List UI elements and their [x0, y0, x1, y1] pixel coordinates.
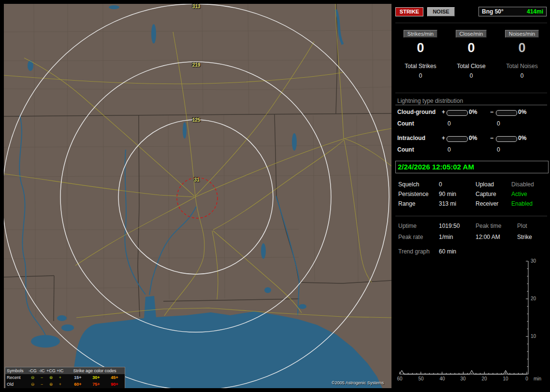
plot-label: Plot	[517, 223, 527, 229]
trend-graph	[395, 256, 547, 378]
legend-recent-label: Recent	[5, 375, 28, 381]
legend-col-pos-ic: +IC	[56, 368, 65, 374]
neg-cg-old-icon: ⊖	[28, 381, 37, 388]
age-code-60: 60+	[69, 381, 87, 388]
cloud-ground-plus-bar	[447, 110, 468, 116]
separator	[395, 23, 547, 23]
age-code-75: 75+	[87, 381, 105, 388]
peak-rate-value: 1/min	[439, 234, 453, 240]
pos-cg-old-icon: ⊕	[46, 381, 56, 388]
squelch-value: 0	[439, 181, 442, 188]
capture-label: Capture	[476, 191, 496, 197]
range-ring-label: 219	[189, 62, 203, 68]
intracloud-plus-bar	[447, 136, 468, 142]
ytick-10: 10	[531, 334, 536, 339]
distribution-underline	[395, 105, 547, 105]
cloud-ground-minus-pct: 0%	[518, 109, 526, 115]
intracloud-plus-pct: 0%	[469, 135, 477, 141]
receiver-status: Enabled	[511, 200, 533, 207]
datetime-display: 2/24/2026 12:05:02 AM	[395, 161, 549, 173]
map-graphics	[4, 4, 391, 388]
trend-ticks	[400, 261, 528, 374]
intracloud-count-label: Count	[397, 146, 414, 153]
range-ring-label: 125	[189, 117, 203, 123]
age-code-30: 30+	[87, 375, 105, 381]
plot-value: Strike	[517, 234, 532, 240]
total-close-label: Total Close	[446, 63, 496, 70]
persistence-label: Persistence	[398, 191, 429, 197]
pos-ic-old-icon: +	[56, 381, 65, 388]
persistence-value: 90 min	[439, 191, 456, 197]
xtick-20: 20	[480, 376, 488, 381]
peak-rate-label: Peak rate	[398, 234, 423, 240]
trend-axes	[400, 261, 528, 374]
noises-per-min-badge[interactable]: Noises/min	[497, 30, 547, 38]
close-per-min-badge[interactable]: Close/min	[446, 30, 496, 38]
pos-ic-recent-icon: +	[56, 375, 65, 381]
legend-row-old: Old ⊖ − ⊕ + 60+ 75+ 90+	[5, 381, 125, 388]
noise-mode-button[interactable]: NOISE	[427, 7, 455, 16]
strikes-per-min-label: Strikes/min	[404, 30, 437, 38]
upload-label: Upload	[476, 181, 494, 188]
neg-ic-old-icon: −	[37, 381, 46, 388]
neg-cg-recent-icon: ⊖	[28, 375, 37, 381]
plus-sign: +	[442, 135, 445, 141]
map-legend: Symbols -CG -IC +CG +IC Strike age color…	[5, 367, 125, 388]
total-strikes-value: 0	[395, 72, 446, 79]
ytick-20: 20	[531, 296, 536, 301]
bearing-label: Bng 50°	[482, 7, 504, 16]
minus-sign: −	[490, 109, 493, 115]
strike-mode-button[interactable]: STRIKE	[395, 7, 423, 16]
close-per-min-value: 0	[446, 41, 496, 56]
xtick-40: 40	[438, 376, 446, 381]
x-axis-unit: min	[534, 376, 541, 381]
noises-per-min-label: Noises/min	[505, 30, 539, 38]
cloud-ground-minus-bar	[496, 110, 517, 116]
total-noises-value: 0	[497, 72, 547, 79]
noises-per-min-value: 0	[497, 41, 547, 56]
capture-status: Active	[511, 191, 527, 197]
range-ring-label: 31	[189, 177, 204, 182]
xtick-30: 30	[459, 376, 467, 381]
trend-graph-window: 60 min	[439, 248, 456, 255]
xtick-0: 0	[523, 376, 531, 381]
total-noises-label: Total Noises	[497, 63, 547, 70]
bearing-value: 414mi	[527, 7, 543, 16]
age-code-15: 15+	[69, 375, 87, 381]
pos-cg-recent-icon: ⊕	[46, 375, 56, 381]
peak-time-label: Peak time	[476, 223, 501, 229]
close-per-min-label: Close/min	[456, 30, 487, 38]
cloud-ground-label: Cloud-ground	[397, 109, 435, 115]
bearing-readout: Bng 50° 414mi	[478, 7, 547, 16]
legend-col-neg-cg: -CG	[28, 368, 37, 374]
distribution-title: Lightning type distribution	[397, 98, 463, 104]
legend-row-recent: Recent ⊖ − ⊕ + 15+ 30+ 45+	[5, 374, 125, 381]
range-label: Range	[398, 200, 415, 207]
squelch-label: Squelch	[398, 181, 419, 188]
total-close-value: 0	[446, 72, 496, 79]
age-code-45: 45+	[105, 375, 124, 381]
plus-sign: +	[442, 109, 445, 115]
copyright-text: ©2005 Astrogenic Systems	[332, 380, 384, 385]
strikes-per-min-badge[interactable]: Strikes/min	[395, 30, 446, 38]
uptime-value: 1019:50	[439, 223, 460, 229]
intracloud-label: Intracloud	[397, 135, 425, 141]
cloud-ground-count-label: Count	[397, 120, 414, 127]
intracloud-minus-count: 0	[497, 146, 500, 153]
age-code-90: 90+	[105, 381, 124, 388]
strikes-per-min-value: 0	[395, 41, 446, 56]
range-ring-label: 313	[189, 4, 203, 9]
legend-col-pos-cg: +CG	[46, 368, 56, 374]
status-panel: STRIKE NOISE Bng 50° 414mi Strikes/min C…	[395, 0, 547, 392]
intracloud-plus-count: 0	[448, 146, 451, 153]
total-strikes-label: Total Strikes	[395, 63, 446, 70]
xtick-10: 10	[502, 376, 509, 381]
uptime-label: Uptime	[398, 223, 417, 229]
map-display[interactable]: 313 219 125 31 Symbols -CG -IC +CG +IC S…	[4, 4, 391, 388]
range-value: 313 mi	[439, 200, 456, 207]
neg-ic-recent-icon: −	[37, 375, 46, 381]
cloud-ground-plus-pct: 0%	[469, 109, 477, 115]
intracloud-minus-pct: 0%	[518, 135, 526, 141]
intracloud-minus-bar	[496, 136, 517, 142]
ytick-30: 30	[531, 258, 536, 264]
